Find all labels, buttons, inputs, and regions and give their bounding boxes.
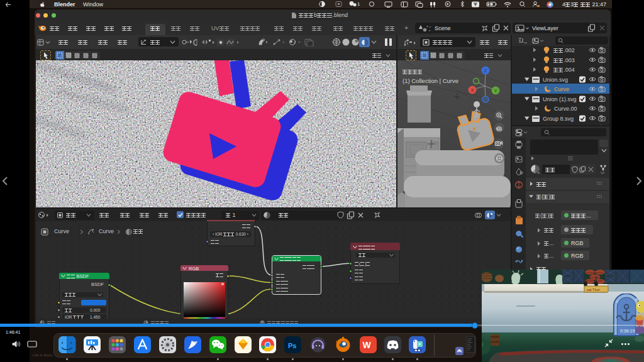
- svg-text:W: W: [362, 340, 371, 350]
- svg-text:eat TI▪e▪: eat TI▪e▪: [587, 288, 600, 292]
- svg-text:Y: Y: [494, 89, 497, 93]
- svg-text:Ps: Ps: [288, 341, 296, 349]
- svg-text:Z: Z: [484, 69, 487, 73]
- svg-text:X: X: [471, 88, 474, 92]
